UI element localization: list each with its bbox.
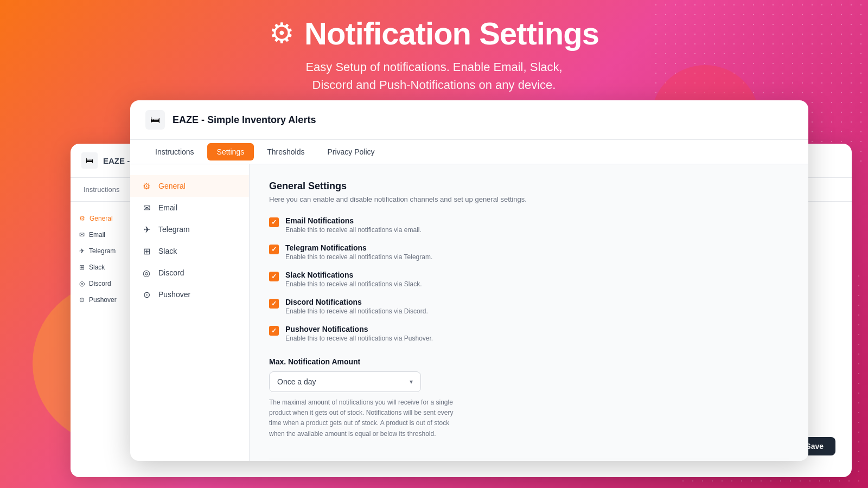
- sidebar-item-slack[interactable]: ⊞ Slack: [130, 240, 249, 262]
- email-notif-item: Email Notifications Enable this to recei…: [269, 216, 789, 234]
- max-notif-dropdown[interactable]: Once a day ▾: [269, 371, 421, 392]
- email-notif-desc: Enable this to receive all notifications…: [285, 226, 422, 234]
- bg-sidebar-email-icon: ✉: [79, 231, 85, 239]
- slack-notif-desc: Enable this to receive all notifications…: [285, 280, 422, 288]
- max-notif-label: Max. Notification Amount: [269, 357, 789, 366]
- sidebar-label-discord: Discord: [158, 268, 184, 277]
- bg-tab-instructions: Instructions: [81, 178, 122, 201]
- sidebar-item-telegram[interactable]: ✈ Telegram: [130, 219, 249, 240]
- sidebar: ⚙ General ✉ Email ✈ Telegram ⊞ Slack ◎: [130, 164, 250, 461]
- sidebar-item-email[interactable]: ✉ Email: [130, 197, 249, 219]
- telegram-checkbox[interactable]: [269, 245, 279, 254]
- bg-sidebar-pushover-icon: ⊙: [79, 296, 85, 304]
- bg-sidebar-slack-label: Slack: [89, 264, 105, 271]
- slack-checkbox[interactable]: [269, 272, 279, 281]
- sidebar-item-pushover[interactable]: ⊙ Pushover: [130, 284, 249, 305]
- panels-container: 🛏 EAZE - Instructions ⚙ General ✉ Email …: [130, 100, 835, 472]
- slack-icon: ⊞: [141, 246, 152, 256]
- bg-sidebar-telegram-icon: ✈: [79, 247, 85, 255]
- tab-navigation: Instructions Settings Thresholds Privacy…: [130, 140, 808, 164]
- bg-sidebar-general-icon: ⚙: [79, 215, 85, 222]
- discord-checkbox[interactable]: [269, 299, 279, 309]
- max-notif-desc: The maximal amount of notifications you …: [269, 397, 454, 439]
- bg-panel-logo: 🛏: [81, 152, 98, 169]
- section-title: General Settings: [269, 181, 789, 192]
- section-desc: Here you can enable and disable notifica…: [269, 195, 789, 203]
- bg-sidebar-discord-icon: ◎: [79, 280, 85, 287]
- pushover-notif-label: Pushover Notifications: [285, 325, 433, 333]
- bg-sidebar-slack-icon: ⊞: [79, 264, 85, 271]
- telegram-icon: ✈: [141, 224, 152, 235]
- save-row: Save: [269, 459, 789, 461]
- hero-section: ⚙ Notification Settings Easy Setup of no…: [0, 0, 868, 108]
- hero-gear-icon: ⚙: [269, 17, 295, 49]
- bg-sidebar-general-label: General: [90, 215, 113, 222]
- sidebar-item-general[interactable]: ⚙ General: [130, 175, 249, 197]
- main-panel: 🛏 EAZE - Simple Inventory Alerts Instruc…: [130, 100, 808, 461]
- sidebar-label-slack: Slack: [158, 247, 177, 255]
- discord-icon: ◎: [141, 267, 152, 278]
- email-icon: ✉: [141, 202, 152, 213]
- sidebar-label-telegram: Telegram: [158, 225, 190, 234]
- pushover-notif-desc: Enable this to receive all notifications…: [285, 335, 433, 342]
- email-checkbox[interactable]: [269, 217, 279, 227]
- max-notif-value: Once a day: [277, 377, 316, 386]
- chevron-down-icon: ▾: [410, 378, 413, 386]
- telegram-notif-item: Telegram Notifications Enable this to re…: [269, 243, 789, 261]
- max-notif-section: Max. Notification Amount Once a day ▾ Th…: [269, 357, 789, 439]
- sidebar-label-email: Email: [158, 203, 177, 212]
- pushover-icon: ⊙: [141, 289, 152, 300]
- discord-notif-label: Discord Notifications: [285, 298, 428, 306]
- sidebar-item-discord[interactable]: ◎ Discord: [130, 262, 249, 284]
- discord-notif-desc: Enable this to receive all notifications…: [285, 307, 428, 315]
- bg-sidebar-telegram-label: Telegram: [89, 247, 116, 255]
- bg-sidebar-pushover-label: Pushover: [89, 296, 117, 304]
- telegram-notif-label: Telegram Notifications: [285, 243, 432, 252]
- panel-logo-icon: 🛏: [145, 110, 165, 130]
- panel-app-title: EAZE - Simple Inventory Alerts: [173, 114, 316, 126]
- pushover-notif-item: Pushover Notifications Enable this to re…: [269, 325, 789, 342]
- tab-settings[interactable]: Settings: [207, 143, 254, 160]
- bg-panel-title: EAZE -: [103, 156, 130, 165]
- bg-sidebar-discord-label: Discord: [89, 280, 111, 287]
- sidebar-label-pushover: Pushover: [158, 290, 190, 299]
- panel-header: 🛏 EAZE - Simple Inventory Alerts: [130, 100, 808, 140]
- pushover-checkbox[interactable]: [269, 326, 279, 336]
- panel-body: ⚙ General ✉ Email ✈ Telegram ⊞ Slack ◎: [130, 164, 808, 461]
- hero-subtitle-line2: Discord and Push-Notifications on any de…: [305, 76, 562, 94]
- sidebar-label-general: General: [158, 182, 186, 190]
- tab-instructions[interactable]: Instructions: [145, 140, 204, 164]
- bg-sidebar-email-label: Email: [89, 231, 105, 239]
- hero-title: Notification Settings: [304, 15, 599, 52]
- discord-notif-item: Discord Notifications Enable this to rec…: [269, 298, 789, 315]
- slack-notif-label: Slack Notifications: [285, 271, 422, 279]
- telegram-notif-desc: Enable this to receive all notifications…: [285, 253, 432, 261]
- content-area: General Settings Here you can enable and…: [250, 164, 808, 461]
- slack-notif-item: Slack Notifications Enable this to recei…: [269, 271, 789, 288]
- email-notif-label: Email Notifications: [285, 216, 422, 225]
- general-icon: ⚙: [141, 181, 152, 191]
- hero-subtitle-line1: Easy Setup of notifications. Enable Emai…: [305, 58, 562, 76]
- tab-thresholds[interactable]: Thresholds: [257, 140, 314, 164]
- tab-privacy-policy[interactable]: Privacy Policy: [317, 140, 384, 164]
